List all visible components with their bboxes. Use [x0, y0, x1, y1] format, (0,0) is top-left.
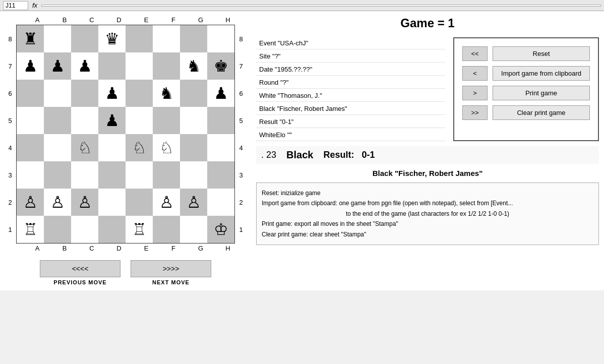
chess-board: ♜ ♛ ♟ ♟ ♟ ♞ ♚ ♟: [16, 25, 235, 244]
fast-forward-button[interactable]: >>: [462, 105, 488, 120]
cell-f3: [153, 161, 180, 189]
row-label-right-5: 5: [236, 107, 246, 134]
board-with-rows: 8 7 6 5 4 3 2 1 ♜ ♛ ♟: [5, 25, 246, 244]
back-button[interactable]: <: [462, 66, 488, 81]
prev-move-button[interactable]: <<<<: [40, 260, 120, 277]
control-row-import: < Import game from clipboard: [462, 66, 590, 81]
control-row-reset: << Reset: [462, 46, 590, 61]
cell-f5: [153, 107, 180, 134]
help-line-4: Print game: export all moves in the shee…: [262, 219, 593, 229]
cell-f1: [153, 216, 180, 243]
row-labels-left: 8 7 6 5 4 3 2 1: [5, 25, 15, 243]
right-panel: Game = 1 Event "USA-chJ" Site "?" Date "…: [256, 16, 599, 285]
col-label-E: E: [133, 16, 160, 24]
info-site: Site "?": [256, 50, 445, 63]
cell-d4: [98, 134, 126, 161]
col-label-A: A: [24, 16, 51, 24]
cell-b8: [44, 25, 71, 52]
print-button[interactable]: Print game: [493, 86, 590, 100]
rewind-button[interactable]: <<: [462, 46, 488, 61]
col-label-C: C: [78, 16, 105, 24]
cell-reference[interactable]: J11: [3, 1, 28, 10]
cell-g3: [180, 161, 207, 189]
cell-c1: [71, 216, 98, 243]
row-label-right-4: 4: [236, 134, 246, 161]
cell-g6: [180, 80, 207, 107]
col-labels-top: A B C D E F G H: [24, 16, 241, 24]
cell-h1: ♔: [207, 216, 234, 243]
cell-h6: ♟: [207, 80, 234, 107]
row-label-7: 7: [5, 52, 15, 80]
cell-e7: [126, 52, 153, 80]
next-move-section: >>>> NEXT MOVE: [131, 260, 211, 285]
cell-d2: [98, 189, 126, 216]
info-date: Date "1955.??.??": [256, 64, 445, 76]
help-line-3: to the end of the game (last characters …: [262, 209, 593, 219]
col-label-G: G: [187, 16, 214, 24]
row-label-4: 4: [5, 134, 15, 161]
control-row-print: > Print game: [462, 86, 590, 100]
cell-d3: [98, 161, 126, 189]
row-label-6: 6: [5, 80, 15, 107]
controls-box: << Reset < Import game from clipboard > …: [453, 37, 599, 141]
forward-button[interactable]: >: [462, 86, 488, 100]
info-round: Round "?": [256, 77, 445, 89]
cell-c4: ♘: [71, 134, 98, 161]
row-label-right-3: 3: [236, 161, 246, 189]
main-content: A B C D E F G H 8 7 6 5 4 3 2 1: [0, 11, 604, 290]
board-nav: <<<< PREVIOUS MOVE >>>> NEXT MOVE: [40, 260, 211, 285]
clear-print-button[interactable]: Clear print game: [493, 105, 590, 120]
cell-a6: [17, 80, 44, 107]
row-label-8: 8: [5, 25, 15, 52]
row-label-right-6: 6: [236, 80, 246, 107]
cell-g2: ♙: [180, 189, 207, 216]
cell-h5: [207, 107, 234, 134]
result-bar: . 23 Black Result: 0-1: [256, 146, 599, 164]
next-move-button[interactable]: >>>>: [131, 260, 211, 277]
prev-move-label: PREVIOUS MOVE: [53, 279, 106, 285]
cell-h4: [207, 134, 234, 161]
row-label-3: 3: [5, 161, 15, 189]
cell-g7: ♞: [180, 52, 207, 80]
import-button[interactable]: Import game from clipboard: [493, 66, 590, 81]
cell-a8: ♜: [17, 25, 44, 52]
info-and-controls: Event "USA-chJ" Site "?" Date "1955.??.?…: [256, 37, 599, 141]
cell-d7: [98, 52, 126, 80]
cell-c3: [71, 161, 98, 189]
player-bar: Black "Fischer, Robert James": [256, 169, 599, 177]
cell-e4: ♘: [126, 134, 153, 161]
color-indicator: Black: [286, 149, 313, 161]
info-black: Black "Fischer, Robert James": [256, 103, 445, 115]
cell-d1: [98, 216, 126, 243]
col-label-bot-G: G: [187, 245, 214, 252]
spreadsheet-toolbar: J11 fx: [0, 0, 604, 11]
cell-h2: [207, 189, 234, 216]
cell-b3: [44, 161, 71, 189]
cell-d5: ♟: [98, 107, 126, 134]
cell-e6: [126, 80, 153, 107]
formula-bar[interactable]: [41, 5, 601, 7]
help-line-1: Reset: inizialize game: [262, 188, 593, 198]
info-whiteelo: WhiteElo "": [256, 129, 445, 141]
row-label-right-1: 1: [236, 216, 246, 243]
col-label-bot-H: H: [214, 245, 241, 252]
cell-f7: [153, 52, 180, 80]
cell-h7: ♚: [207, 52, 234, 80]
cell-c5: [71, 107, 98, 134]
cell-b4: [44, 134, 71, 161]
row-label-right-2: 2: [236, 189, 246, 216]
col-label-D: D: [105, 16, 133, 24]
col-label-bot-B: B: [51, 245, 78, 252]
cell-g4: [180, 134, 207, 161]
prev-move-section: <<<< PREVIOUS MOVE: [40, 260, 120, 285]
cell-b6: [44, 80, 71, 107]
reset-button[interactable]: Reset: [493, 46, 590, 61]
col-label-H: H: [214, 16, 241, 24]
row-label-right-8: 8: [236, 25, 246, 52]
result-label: Result: 0-1: [323, 150, 375, 160]
row-label-5: 5: [5, 107, 15, 134]
col-label-B: B: [51, 16, 78, 24]
cell-b1: [44, 216, 71, 243]
cell-h8: [207, 25, 234, 52]
board-section: A B C D E F G H 8 7 6 5 4 3 2 1: [5, 16, 246, 285]
